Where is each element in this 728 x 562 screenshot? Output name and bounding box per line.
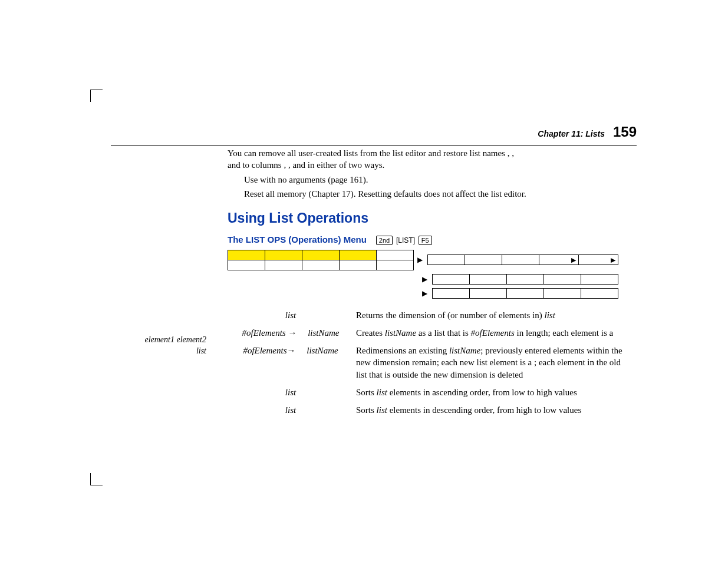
margin-note-line1: element1 element2 <box>118 335 206 346</box>
menu-row-3: ▶ <box>419 288 637 299</box>
syntax-arg: #ofElements <box>242 328 286 338</box>
desc-arg: list <box>377 405 387 415</box>
desc-arg: listName <box>449 346 480 355</box>
subheading: The LIST OPS (Operations) Menu <box>228 234 367 246</box>
desc-text: in length; each element is a <box>515 328 613 338</box>
margin-note: element1 element2 list <box>118 335 206 357</box>
section-heading: Using List Operations <box>228 209 637 227</box>
desc-arg: list <box>377 388 387 397</box>
intro-bullet-2: Reset all memory (Chapter 17). Resetting… <box>244 188 637 200</box>
syntax-arg: listName <box>307 346 338 355</box>
menu-arrow-icon: ▶ <box>422 275 427 284</box>
menu-strip-3 <box>432 288 618 299</box>
crop-mark-top-left <box>90 90 103 102</box>
arrow-icon: → <box>286 328 299 338</box>
table-row: #ofElements → listName Creates listName … <box>229 325 635 341</box>
intro-text: , <box>284 160 288 170</box>
table-row: list Sorts list elements in descending o… <box>229 402 635 418</box>
bullet-text: Use <box>244 175 260 184</box>
menu-tabs-yellow <box>228 250 414 270</box>
table-row: list Sorts list elements in ascending or… <box>229 384 635 401</box>
menu-arrow-icon: ▶ <box>417 255 423 265</box>
intro-text: , and <box>288 160 308 170</box>
menu-strip-1: ▶▶ <box>427 254 618 265</box>
key-f5: F5 <box>419 236 432 245</box>
desc-text: Sorts <box>356 405 377 415</box>
syntax-arg: list <box>285 310 296 320</box>
syntax-arg: listName <box>308 328 339 338</box>
key-list-text: LIST <box>398 236 413 244</box>
intro-text: , <box>512 148 514 158</box>
arrow-icon: → <box>287 346 298 355</box>
key-2nd: 2nd <box>376 236 393 245</box>
menu-row-1: ▶ ▶▶ <box>228 250 637 270</box>
desc-arg: list <box>545 310 555 320</box>
desc-text: Redimensions an existing <box>356 346 449 355</box>
margin-note-line2: list <box>118 346 206 357</box>
intro-text: You can remove all user-created lists fr… <box>228 148 508 158</box>
desc-text: elements in descending order, from high … <box>387 405 581 415</box>
key-list-label: [LIST] <box>396 236 415 244</box>
content-area: You can remove all user-created lists fr… <box>228 147 637 419</box>
desc-text: Creates <box>356 328 385 338</box>
running-header: Chapter 11: Lists 159 <box>111 123 637 146</box>
table-row: list Returns the dimension of (or number… <box>229 307 635 323</box>
table-row: #ofElements→ listName Redimensions an ex… <box>229 342 635 383</box>
operations-table: list Returns the dimension of (or number… <box>228 306 637 420</box>
syntax-arg: #ofElements <box>243 346 286 355</box>
desc-text: Returns the dimension of (or number of e… <box>356 310 545 320</box>
syntax-arg: list <box>285 405 296 415</box>
bullet-text: with no arguments (page 161). <box>260 175 368 184</box>
menu-arrow-icon: ▶ <box>422 289 427 298</box>
desc-arg: listName <box>385 328 416 338</box>
menu-grid-area: ▶ ▶▶ ▶ ▶ <box>228 250 637 299</box>
intro-paragraph: You can remove all user-created lists fr… <box>228 147 637 171</box>
menu-row-2: ▶ <box>419 274 637 285</box>
intro-text: and <box>228 160 242 170</box>
page-number: 159 <box>613 123 637 141</box>
desc-text: elements in ascending order, from low to… <box>387 388 577 397</box>
intro-text: in either of two ways. <box>308 160 384 170</box>
desc-arg: #ofElements <box>471 328 515 338</box>
crop-mark-bottom-left <box>90 473 103 485</box>
menu-strip-2 <box>432 274 618 285</box>
subheading-row: The LIST OPS (Operations) Menu 2nd [LIST… <box>228 233 637 246</box>
syntax-arg: list <box>285 388 296 397</box>
desc-text: as a list that is <box>416 328 471 338</box>
desc-text: Sorts <box>356 388 377 397</box>
intro-bullet-1: Use with no arguments (page 161). <box>244 174 637 186</box>
intro-text: to columns <box>242 160 284 170</box>
page: Chapter 11: Lists 159 element1 element2 … <box>0 0 728 562</box>
chapter-label: Chapter 11: Lists <box>538 128 605 140</box>
